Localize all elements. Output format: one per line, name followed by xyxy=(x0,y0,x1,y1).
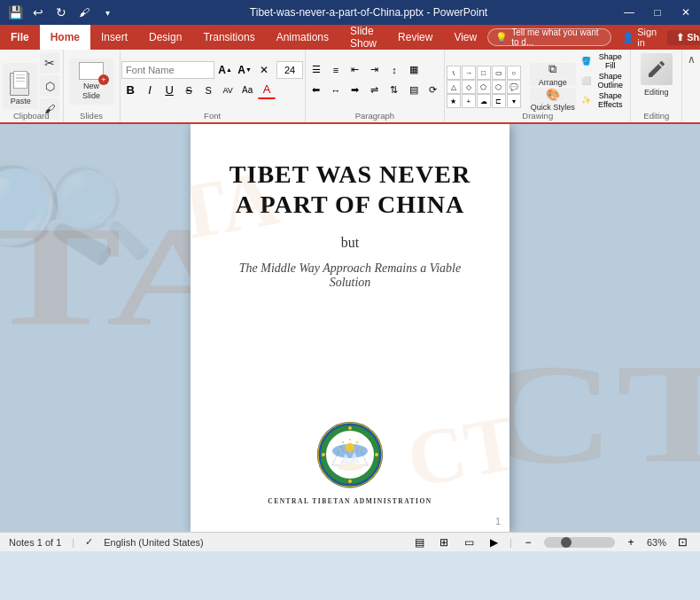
close-button[interactable]: ✕ xyxy=(672,0,700,25)
slide[interactable]: TA CT TIBET WAS NEVER A PART OF CHINA bu… xyxy=(191,124,509,532)
shape-callout[interactable]: 💬 xyxy=(507,80,521,94)
font-controls: A▲ A▼ ✕ B I U S S AV Aa A xyxy=(121,61,303,102)
font-name-input[interactable] xyxy=(121,61,214,79)
shape-oval[interactable]: ○ xyxy=(507,66,521,80)
align-center-button[interactable]: ↔ xyxy=(327,82,345,99)
shape-triangle[interactable]: △ xyxy=(447,80,461,94)
paragraph-label: Paragraph xyxy=(306,111,444,121)
convert-to-smartart-button[interactable]: ⟳ xyxy=(424,82,442,99)
shape-diamond[interactable]: ◇ xyxy=(462,80,476,94)
shape-rounded-rect[interactable]: ▭ xyxy=(492,66,506,80)
para-row1: ☰ ≡ ⇤ ⇥ ↕ ▦ xyxy=(307,61,442,79)
shape-cloud[interactable]: ☁ xyxy=(477,94,491,108)
zoom-in-button[interactable]: + xyxy=(622,534,640,551)
tab-animations[interactable]: Animations xyxy=(266,25,339,50)
quick-styles-button[interactable]: 🎨 Quick Styles xyxy=(530,88,576,111)
justify-button[interactable]: ⇌ xyxy=(366,82,384,99)
shape-line[interactable]: \ xyxy=(447,66,461,80)
align-right-button[interactable]: ➡ xyxy=(346,82,364,99)
italic-button[interactable]: I xyxy=(141,82,159,99)
decrease-indent-button[interactable]: ⇤ xyxy=(346,61,364,79)
shape-effects-button[interactable]: ✨Shape Effects xyxy=(579,91,629,109)
status-bar: Notes 1 of 1 | ✓ English (United States)… xyxy=(0,532,700,551)
fit-slide-button[interactable]: ⊡ xyxy=(673,534,691,551)
tab-review[interactable]: Review xyxy=(387,25,443,50)
view-slideshow-button[interactable]: ▶ xyxy=(485,534,502,551)
font-group: A▲ A▼ ✕ B I U S S AV Aa A xyxy=(121,50,306,122)
paste-icon xyxy=(8,67,33,96)
tell-me-search[interactable]: 💡 Tell me what you want to d... xyxy=(487,28,611,46)
tab-view[interactable]: View xyxy=(443,25,487,50)
save-button[interactable]: 💾 xyxy=(5,3,25,22)
view-slide-sorter-button[interactable]: ⊞ xyxy=(435,534,453,551)
strikethrough-button[interactable]: S xyxy=(180,82,198,99)
clear-format-button[interactable]: ✕ xyxy=(255,61,273,79)
undo-button[interactable]: ↩ xyxy=(28,3,48,22)
ribbon-tabs: File Home Insert Design Transitions Anim… xyxy=(0,25,700,50)
bold-button[interactable]: B xyxy=(121,82,139,99)
char-spacing-button[interactable]: AV xyxy=(219,82,237,99)
tab-home[interactable]: Home xyxy=(40,25,90,50)
shape-arrow[interactable]: → xyxy=(462,66,476,80)
spell-check-icon[interactable]: ✓ xyxy=(85,536,93,548)
quick-access-toolbar: 💾 ↩ ↻ 🖌 ▾ xyxy=(0,3,122,22)
zoom-out-button[interactable]: − xyxy=(519,534,537,551)
decrease-font-button[interactable]: A▼ xyxy=(236,61,253,79)
view-normal-button[interactable]: ▤ xyxy=(410,534,428,551)
zoom-slider[interactable] xyxy=(544,537,615,548)
increase-indent-button[interactable]: ⇥ xyxy=(366,61,384,79)
shape-cross[interactable]: + xyxy=(462,94,476,108)
background-watermark-magnifier: 🔍 xyxy=(44,160,155,264)
format-painter-button[interactable]: 🖌 xyxy=(74,3,94,22)
shape-hexagon[interactable]: ⬡ xyxy=(492,80,506,94)
shapes-row3: ★ + ☁ ⊏ ▾ xyxy=(447,94,526,108)
minimize-button[interactable]: — xyxy=(615,0,643,25)
shape-outline-button[interactable]: ⬜Shape Outline xyxy=(579,72,629,90)
text-shadow-button[interactable]: S xyxy=(199,82,217,99)
shape-star[interactable]: ★ xyxy=(447,94,461,108)
shape-rect[interactable]: □ xyxy=(477,66,491,80)
arrange-button[interactable]: ⧉ Arrange xyxy=(530,63,576,86)
slide-title[interactable]: TIBET WAS NEVER A PART OF CHINA xyxy=(229,160,471,219)
underline-button[interactable]: U xyxy=(160,82,178,99)
signin-link[interactable]: 👤 Sign in xyxy=(615,27,664,48)
collapse-ribbon-button[interactable]: ∧ xyxy=(684,53,698,66)
copy-button[interactable]: ⬡ xyxy=(40,75,59,97)
redo-button[interactable]: ↻ xyxy=(51,3,71,22)
maximize-button[interactable]: □ xyxy=(643,0,672,25)
tab-insert[interactable]: Insert xyxy=(90,25,138,50)
zoom-level-label[interactable]: 63% xyxy=(647,537,666,548)
clipboard-label: Clipboard xyxy=(0,111,63,121)
align-text-button[interactable]: ▤ xyxy=(405,82,423,99)
shape-pentagon[interactable]: ⬠ xyxy=(477,80,491,94)
tab-slideshow[interactable]: Slide Show xyxy=(339,25,387,50)
svg-point-18 xyxy=(322,453,325,456)
tab-transitions[interactable]: Transitions xyxy=(192,25,265,50)
share-button[interactable]: ⬆ Share xyxy=(667,30,700,45)
increase-font-button[interactable]: A▲ xyxy=(216,61,234,79)
paste-button[interactable]: Paste xyxy=(3,63,38,109)
tab-file[interactable]: File xyxy=(0,25,40,50)
language-label[interactable]: English (United States) xyxy=(104,537,204,548)
shape-fill-button[interactable]: 🪣Shape Fill xyxy=(579,52,629,70)
shape-more[interactable]: ▾ xyxy=(507,94,521,108)
change-case-button[interactable]: Aa xyxy=(238,82,256,99)
shape-cylinder[interactable]: ⊏ xyxy=(492,94,506,108)
line-spacing-button[interactable]: ↕ xyxy=(385,61,403,79)
cut-button[interactable]: ✂ xyxy=(40,52,59,74)
bullets-button[interactable]: ☰ xyxy=(307,61,325,79)
slides-group: NewSlide Slides xyxy=(64,50,121,122)
slide-subtitle[interactable]: The Middle Way Approach Remains a Viable… xyxy=(217,261,483,290)
numbering-button[interactable]: ≡ xyxy=(327,61,345,79)
view-reading-button[interactable]: ▭ xyxy=(460,534,478,551)
columns-button[interactable]: ▦ xyxy=(405,61,423,79)
align-left-button[interactable]: ⬅ xyxy=(307,82,325,99)
text-direction-button[interactable]: ⇅ xyxy=(385,82,403,99)
font-color-button[interactable]: A xyxy=(258,82,276,99)
svg-point-8 xyxy=(346,443,354,452)
tab-design[interactable]: Design xyxy=(138,25,192,50)
new-slide-button[interactable]: NewSlide xyxy=(69,58,113,105)
slide-title-line1: TIBET WAS NEVER xyxy=(229,160,471,190)
font-size-input[interactable] xyxy=(276,61,303,79)
customize-qa-button[interactable]: ▾ xyxy=(97,3,117,22)
